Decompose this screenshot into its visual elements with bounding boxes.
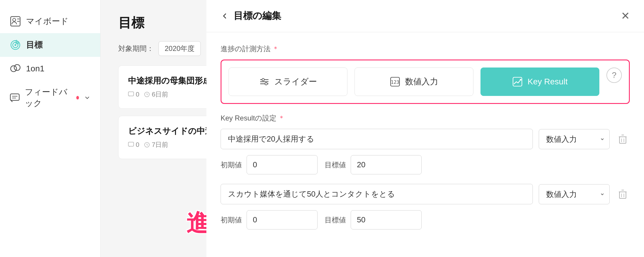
keyresult-label: Key Result bbox=[528, 77, 567, 86]
svg-point-1 bbox=[13, 18, 16, 21]
kr-initial-input-2[interactable] bbox=[247, 210, 318, 229]
svg-point-6 bbox=[14, 44, 16, 46]
edit-panel-body: 進捗の計測方法 ＊ スライダー bbox=[206, 32, 644, 257]
sidebar-label-goals: 目標 bbox=[26, 39, 43, 51]
kr-target-input-2[interactable] bbox=[351, 210, 422, 229]
svg-point-20 bbox=[262, 78, 264, 81]
person-board-icon bbox=[9, 15, 21, 27]
svg-rect-15 bbox=[128, 142, 134, 146]
feedback-icon bbox=[9, 92, 20, 103]
kr-target-label-1: 目標値 bbox=[325, 160, 346, 170]
required-mark-kr: ＊ bbox=[278, 114, 285, 123]
kr-initial-group-2: 初期値 bbox=[221, 210, 318, 229]
sidebar-item-myboard[interactable]: マイボード bbox=[0, 9, 100, 33]
close-button[interactable]: ✕ bbox=[621, 11, 630, 21]
edit-panel: 目標の編集 ✕ 進捗の計測方法 ＊ bbox=[206, 0, 644, 257]
comment-icon-0: 0 bbox=[128, 91, 139, 98]
slider-label: スライダー bbox=[274, 76, 317, 87]
required-mark-progress: ＊ bbox=[272, 44, 279, 53]
kr-values-row-1: 初期値 目標値 bbox=[221, 155, 630, 174]
sidebar-item-goals[interactable]: 目標 bbox=[0, 33, 100, 57]
progress-measurement-section: 進捗の計測方法 ＊ スライダー bbox=[221, 44, 630, 104]
kr-row-1: 数値入力 スライダー Key Result bbox=[221, 129, 630, 149]
kr-settings-section: Key Resultの設定 ＊ 数値入力 スライダー Key Result bbox=[221, 113, 630, 229]
kr-input-1[interactable] bbox=[221, 129, 533, 149]
svg-point-7 bbox=[11, 66, 17, 72]
kr-select-1[interactable]: 数値入力 スライダー Key Result bbox=[539, 129, 610, 149]
period-label: 対象期間： bbox=[118, 44, 154, 53]
sidebar-label-feedback: フィードバック bbox=[25, 86, 70, 109]
kr-row-2-container: 数値入力 スライダー Key Result 初期値 目標値 bbox=[221, 184, 630, 229]
number-label: 数値入力 bbox=[405, 76, 438, 87]
sidebar-label-1on1: 1on1 bbox=[26, 64, 44, 73]
panel-title: 目標の編集 bbox=[234, 9, 281, 23]
sidebar-label-myboard: マイボード bbox=[26, 16, 69, 27]
kr-section-label: Key Resultの設定 ＊ bbox=[221, 113, 630, 123]
measurement-slider-btn[interactable]: スライダー bbox=[229, 68, 347, 96]
time-icon-0: 6日前 bbox=[144, 90, 168, 99]
sidebar-item-feedback[interactable]: フィードバック bbox=[0, 81, 100, 115]
measurement-options: スライダー 123 数値入力 bbox=[221, 60, 630, 104]
sidebar: マイボード 目標 1on1 bbox=[0, 0, 101, 257]
kr-target-group-1: 目標値 bbox=[325, 155, 422, 174]
kr-initial-label-2: 初期値 bbox=[221, 215, 242, 225]
svg-rect-9 bbox=[10, 94, 19, 100]
keyresult-icon bbox=[512, 76, 523, 87]
svg-rect-25 bbox=[619, 137, 626, 143]
svg-text:123: 123 bbox=[391, 79, 399, 85]
kr-initial-group-1: 初期値 bbox=[221, 155, 318, 174]
svg-rect-24 bbox=[513, 77, 522, 86]
kr-row-1-container: 数値入力 スライダー Key Result 初期値 目標値 bbox=[221, 129, 630, 174]
slider-icon bbox=[259, 76, 270, 87]
measurement-keyresult-btn[interactable]: Key Result bbox=[480, 68, 599, 96]
kr-target-group-2: 目標値 bbox=[325, 210, 422, 229]
kr-initial-label-1: 初期値 bbox=[221, 160, 242, 170]
progress-section-label: 進捗の計測方法 ＊ bbox=[221, 44, 630, 54]
measurement-number-btn[interactable]: 123 数値入力 bbox=[355, 68, 473, 96]
kr-initial-input-1[interactable] bbox=[247, 155, 318, 174]
chevron-down-icon bbox=[84, 94, 91, 101]
target-icon bbox=[9, 39, 21, 51]
kr-input-2[interactable] bbox=[221, 184, 533, 204]
edit-panel-header: 目標の編集 ✕ bbox=[206, 0, 644, 32]
kr-target-input-1[interactable] bbox=[351, 155, 422, 174]
feedback-notification-dot bbox=[76, 96, 79, 99]
kr-row-2: 数値入力 スライダー Key Result bbox=[221, 184, 630, 204]
kr-values-row-2: 初期値 目標値 bbox=[221, 210, 630, 229]
sidebar-item-1on1[interactable]: 1on1 bbox=[0, 57, 100, 81]
chat-icon bbox=[9, 63, 21, 75]
kr-select-2[interactable]: 数値入力 スライダー Key Result bbox=[539, 184, 610, 204]
period-select[interactable]: 2020年度 bbox=[158, 41, 201, 56]
help-button[interactable]: ? bbox=[606, 68, 622, 83]
time-icon-1: 7日前 bbox=[144, 140, 168, 149]
comment-icon-1: 0 bbox=[128, 141, 139, 149]
number-icon: 123 bbox=[390, 76, 400, 87]
svg-point-21 bbox=[265, 83, 267, 85]
svg-point-8 bbox=[14, 65, 20, 70]
kr-delete-btn-2[interactable] bbox=[616, 187, 630, 201]
kr-target-label-2: 目標値 bbox=[325, 215, 346, 225]
svg-rect-13 bbox=[128, 92, 134, 96]
back-button[interactable] bbox=[221, 12, 229, 20]
kr-delete-btn-1[interactable] bbox=[616, 132, 630, 146]
svg-rect-30 bbox=[619, 192, 626, 198]
